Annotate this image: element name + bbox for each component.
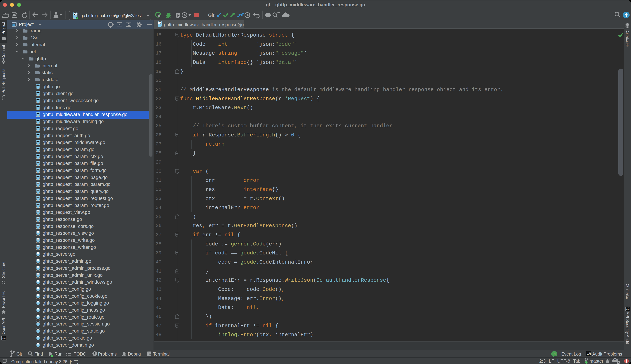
svg-text:Terminal: Terminal	[153, 352, 169, 356]
svg-text:/API: /API	[2, 338, 6, 340]
svg-text:/API: /API	[587, 353, 591, 356]
svg-text:1: 1	[554, 352, 556, 356]
svg-text:Debug: Debug	[128, 352, 141, 356]
svg-text:Audit Problems: Audit Problems	[592, 352, 622, 356]
svg-text:Problems: Problems	[98, 352, 117, 356]
svg-text:Run: Run	[54, 352, 63, 356]
svg-text:TODO: TODO	[74, 352, 86, 356]
svg-text:Git: Git	[16, 352, 22, 356]
svg-text:?: ?	[614, 358, 616, 362]
svg-text:Find: Find	[34, 352, 43, 356]
svg-text:Git:: Git:	[208, 13, 216, 18]
svg-text:Event Log: Event Log	[561, 352, 581, 356]
